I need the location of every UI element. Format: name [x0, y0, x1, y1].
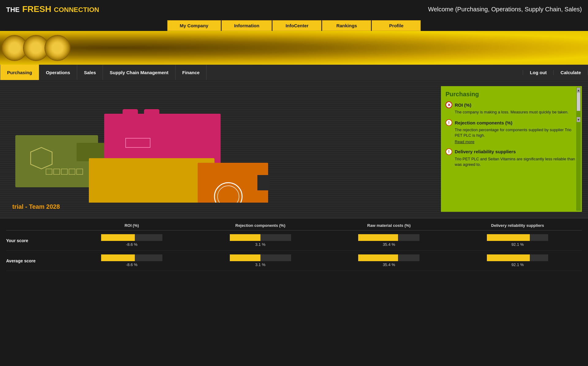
avg-delivery-value: 92.1 %: [511, 262, 524, 267]
team-label: trial - Team 2028: [6, 200, 66, 213]
your-roi-value: -8.6 %: [126, 242, 138, 247]
roi-x-icon: ✕: [446, 101, 452, 108]
your-delivery-cell: 92.1 %: [453, 234, 582, 247]
your-roi-bar: [101, 234, 135, 241]
subnav-finance[interactable]: Finance: [176, 65, 207, 80]
score-col-roi: ROI (%): [67, 223, 196, 228]
avg-rawmaterial-value: 35.4 %: [383, 262, 395, 267]
fruit-banner: [0, 31, 588, 65]
main-content: trial - Team 2028 Purchasing ✕ ROI (%) T…: [0, 80, 588, 218]
your-rejection-bar: [230, 234, 260, 241]
avg-roi-value: -8.6 %: [126, 262, 138, 267]
logo: THE FRESH CONNECTION: [6, 4, 99, 14]
sub-nav-right: Log out Calculate: [523, 70, 588, 75]
subnav-purchasing[interactable]: Purchasing: [0, 65, 39, 80]
score-col-delivery: Delivery reliability suppliers: [453, 223, 582, 228]
info-panel-title: Purchasing: [446, 91, 577, 98]
score-col-rejection: Rejection components (%): [196, 223, 325, 228]
avg-rejection-cell: 3.1 %: [196, 254, 325, 267]
average-score-label: Average score: [6, 258, 67, 263]
scrollbar-up[interactable]: ▲: [577, 88, 580, 93]
svg-rect-27: [257, 175, 270, 190]
subnav-supply-chain[interactable]: Supply Chain Management: [103, 65, 176, 80]
score-label-spacer: [6, 223, 67, 228]
svg-rect-12: [89, 158, 214, 203]
roi-text: The company is making a loss. Measures m…: [446, 109, 577, 115]
welcome-text: Welcome (Purchasing, Operations, Supply …: [428, 6, 582, 13]
logo-fresh: FRESH: [22, 4, 51, 14]
score-row-average: Average score -8.6 % 3.1 % 35.4 % 92.1 %: [6, 251, 582, 271]
tab-profile[interactable]: Profile: [372, 20, 421, 31]
tab-infocenter[interactable]: InfoCenter: [272, 20, 321, 31]
avg-rejection-bar: [230, 254, 260, 261]
avg-delivery-bar-container: [487, 254, 548, 261]
info-item-delivery-header: ! Delivery reliability suppliers: [446, 148, 577, 155]
sub-nav: Purchasing Operations Sales Supply Chain…: [0, 65, 588, 80]
your-rawmaterial-cell: 35.4 %: [325, 234, 453, 247]
your-delivery-value: 92.1 %: [511, 242, 524, 247]
fruit-banner-inner: [0, 31, 588, 65]
score-row-yours: Your score -8.6 % 3.1 % 35.4 % 92.1 %: [6, 231, 582, 251]
avg-roi-bar: [101, 254, 135, 261]
rejection-read-more[interactable]: Read more: [446, 139, 577, 144]
your-rawmaterial-bar: [358, 234, 398, 241]
nav-tabs: My Company Information InfoCenter Rankin…: [0, 18, 588, 31]
your-delivery-bar-container: [487, 234, 548, 241]
your-rejection-bar-container: [230, 234, 291, 241]
info-item-rejection-header: ! Rejection components (%): [446, 119, 577, 126]
avg-rawmaterial-cell: 35.4 %: [325, 254, 453, 267]
info-item-delivery: ! Delivery reliability suppliers Trio PE…: [446, 148, 577, 167]
tab-rankings[interactable]: Rankings: [322, 20, 371, 31]
factory-area: trial - Team 2028: [0, 80, 441, 218]
delivery-text: Trio PET PLC and Seitan Vitamins are sig…: [446, 156, 577, 167]
subnav-logout[interactable]: Log out: [523, 70, 554, 75]
tab-my-company[interactable]: My Company: [167, 20, 221, 31]
scrollbar-thumb[interactable]: [577, 93, 580, 111]
your-rejection-cell: 3.1 %: [196, 234, 325, 247]
rejection-title: Rejection components (%): [455, 120, 512, 125]
svg-rect-11: [144, 109, 159, 117]
roi-title: ROI (%): [455, 102, 471, 108]
svg-rect-10: [123, 109, 138, 117]
your-rejection-value: 3.1 %: [255, 242, 265, 247]
score-col-rawmaterial: Raw material costs (%): [325, 223, 453, 228]
rejection-warn-icon: !: [446, 119, 452, 126]
score-section: ROI (%) Rejection components (%) Raw mat…: [0, 218, 588, 276]
top-header: THE FRESH CONNECTION Welcome (Purchasing…: [0, 0, 588, 18]
score-header-row: ROI (%) Rejection components (%) Raw mat…: [6, 223, 582, 231]
delivery-warn-icon: !: [446, 148, 452, 155]
subnav-operations[interactable]: Operations: [39, 65, 77, 80]
avg-delivery-bar: [487, 254, 530, 261]
your-roi-cell: -8.6 %: [67, 234, 196, 247]
your-delivery-bar: [487, 234, 530, 241]
logo-connection: CONNECTION: [54, 6, 99, 14]
avg-rawmaterial-bar-container: [358, 254, 419, 261]
delivery-title: Delivery reliability suppliers: [455, 149, 516, 154]
info-item-rejection: ! Rejection components (%) The rejection…: [446, 119, 577, 144]
avg-roi-bar-container: [101, 254, 162, 261]
info-panel: Purchasing ✕ ROI (%) The company is maki…: [441, 86, 582, 212]
your-rawmaterial-value: 35.4 %: [383, 242, 395, 247]
info-item-roi: ✕ ROI (%) The company is making a loss. …: [446, 101, 577, 115]
rejection-text: The rejection percentage for components …: [446, 127, 577, 138]
your-rawmaterial-bar-container: [358, 234, 419, 241]
scrollbar-track[interactable]: ▲ ▼: [576, 87, 581, 211]
scrollbar-down[interactable]: ▼: [577, 117, 580, 122]
subnav-sales[interactable]: Sales: [77, 65, 103, 80]
your-score-label: Your score: [6, 238, 67, 243]
logo-the: THE: [6, 6, 20, 14]
factory-diagram: [6, 86, 273, 203]
avg-rawmaterial-bar: [358, 254, 398, 261]
info-item-roi-header: ✕ ROI (%): [446, 101, 577, 108]
tab-information[interactable]: Information: [222, 20, 272, 31]
pineapple-slice-3: [44, 35, 70, 61]
your-roi-bar-container: [101, 234, 162, 241]
avg-roi-cell: -8.6 %: [67, 254, 196, 267]
avg-rejection-bar-container: [230, 254, 291, 261]
avg-rejection-value: 3.1 %: [255, 262, 265, 267]
pineapple-decoration: [6, 35, 70, 61]
subnav-calculate[interactable]: Calculate: [554, 70, 588, 75]
avg-delivery-cell: 92.1 %: [453, 254, 582, 267]
